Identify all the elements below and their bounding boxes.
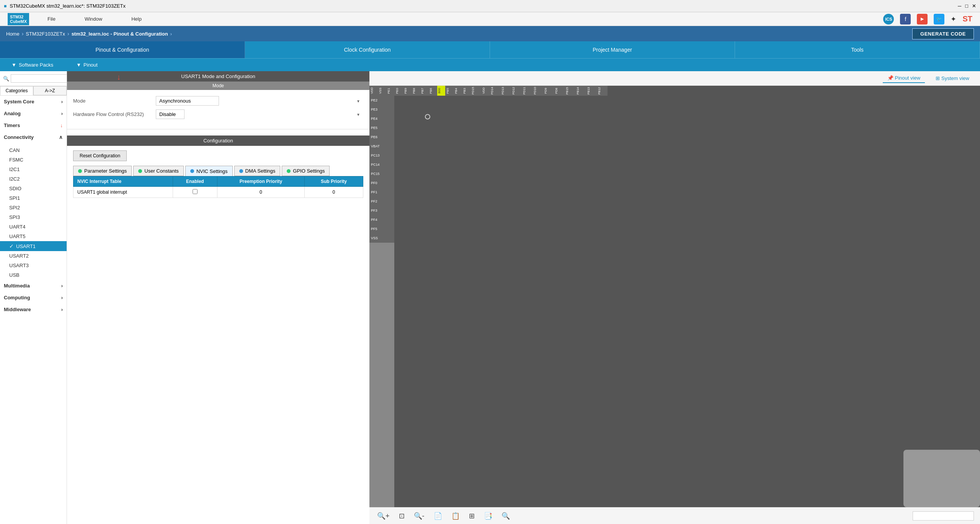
pin-pb6[interactable]: PB6	[428, 86, 437, 96]
pin-pb7[interactable]: PB7	[420, 86, 428, 96]
hardware-flow-select[interactable]: Disable CTS Only RTS Only	[156, 109, 185, 119]
chip-search-input[interactable]	[913, 511, 974, 521]
pin-pd11[interactable]: PD11	[522, 86, 532, 96]
sidebar-item-usart1[interactable]: ✓ USART1	[0, 241, 67, 251]
sidebar-item-fsmc[interactable]: FSMC	[0, 155, 67, 165]
sidebar-item-i2c1[interactable]: I2C1	[0, 165, 67, 174]
section-computing-header[interactable]: Computing ›	[0, 292, 67, 304]
tab-tools[interactable]: Tools	[735, 41, 980, 58]
pin-pb00[interactable]: B00	[437, 86, 445, 96]
breadcrumb-current[interactable]: stm32_learn.ioc - Pinout & Configuration	[72, 31, 168, 37]
sidebar-item-uart4[interactable]: UART4	[0, 222, 67, 232]
pin-pb15[interactable]: PB15	[565, 86, 575, 96]
sidebar-item-i2c2[interactable]: I2C2	[0, 174, 67, 184]
nvic-enabled-checkbox[interactable]	[193, 189, 198, 194]
zoom-out-button[interactable]: 🔍-	[412, 510, 426, 522]
sidebar-item-usb[interactable]: USB	[0, 270, 67, 280]
nvic-enabled-cell[interactable]	[173, 187, 217, 198]
search-input[interactable]	[11, 74, 67, 83]
section-connectivity-header[interactable]: Connectivity ∧	[0, 131, 67, 143]
system-view-button[interactable]: ⊞ System view	[931, 74, 974, 83]
breadcrumb-home[interactable]: Home	[6, 31, 20, 37]
pinout-view-button[interactable]: 📌 Pinout view	[883, 73, 925, 83]
tab-gpio-settings[interactable]: GPIO Settings	[282, 166, 330, 176]
pin-pf0[interactable]: PF0	[369, 178, 394, 188]
pin-pe3[interactable]: PE3	[369, 105, 394, 114]
tab-parameter-settings[interactable]: Parameter Settings	[73, 166, 132, 176]
sidebar-item-spi1[interactable]: SPI1	[0, 193, 67, 203]
menu-help[interactable]: Help	[128, 15, 145, 23]
pin-pe1[interactable]: PE1	[386, 86, 395, 96]
pin-vss[interactable]: VSS	[378, 86, 386, 96]
pin-pf2[interactable]: PF2	[369, 197, 394, 206]
reset-configuration-button[interactable]: Reset Configuration	[73, 150, 127, 161]
ics-icon[interactable]: ICS	[883, 14, 894, 24]
minimize-btn[interactable]: ─	[958, 3, 961, 9]
menu-file[interactable]: File	[44, 15, 59, 23]
twitter-icon[interactable]: 🐦	[934, 14, 944, 24]
generate-code-button[interactable]: GENERATE CODE	[912, 28, 974, 39]
pin-pe5[interactable]: PE5	[369, 123, 394, 132]
pin-vdd2[interactable]: VDD	[481, 86, 490, 96]
pin-pf4[interactable]: PF4	[369, 215, 394, 224]
pin-pe4[interactable]: PE4	[369, 114, 394, 123]
tab-clock-configuration[interactable]: Clock Configuration	[245, 41, 490, 58]
pin-pe0[interactable]: PE0	[395, 86, 403, 96]
tab-az[interactable]: A->Z	[33, 86, 67, 95]
pin-vbat[interactable]: VBAT	[369, 142, 394, 151]
section-timers-header[interactable]: Timers ↓	[0, 119, 67, 131]
export-button[interactable]: 📄	[432, 510, 444, 522]
pin-pc13[interactable]: PC13	[369, 151, 394, 160]
tab-project-manager[interactable]: Project Manager	[490, 41, 735, 58]
pin-pd15[interactable]: PD15	[470, 86, 481, 96]
facebook-icon[interactable]: f	[900, 14, 911, 24]
split-view-button[interactable]: ⊞	[467, 510, 476, 522]
zoom-in-button[interactable]: 🔍+	[376, 510, 391, 522]
mode-select[interactable]: Asynchronous Synchronous Single Wire (Ha…	[156, 96, 219, 106]
pin-list-button[interactable]: 📑	[482, 510, 494, 522]
maximize-btn[interactable]: □	[965, 3, 968, 9]
pin-pe6[interactable]: PE6	[369, 132, 394, 142]
pin-vss-side[interactable]: VSS	[369, 233, 394, 243]
pin-pd9[interactable]: PD9	[543, 86, 554, 96]
pin-pc15[interactable]: PC15	[369, 169, 394, 178]
menu-window[interactable]: Window	[82, 15, 105, 23]
tab-nvic-settings[interactable]: NVIC Settings	[185, 166, 233, 176]
network-icon[interactable]: ✦	[951, 15, 956, 23]
sidebar-item-usart2[interactable]: USART2	[0, 251, 67, 261]
breadcrumb-chip[interactable]: STM32F103ZETx	[26, 31, 65, 37]
pin-pb9[interactable]: PB9	[403, 86, 412, 96]
sidebar-item-spi3[interactable]: SPI3	[0, 212, 67, 222]
fit-screen-button[interactable]: ⊡	[397, 510, 406, 522]
close-btn[interactable]: ✕	[972, 3, 976, 9]
sub-tab-pinout[interactable]: ▼ Pinout	[65, 59, 109, 71]
section-analog-header[interactable]: Analog ›	[0, 108, 67, 119]
youtube-icon[interactable]: ▶	[917, 14, 928, 24]
tab-pinout-configuration[interactable]: Pinout & Configuration	[0, 41, 245, 58]
layers-button[interactable]: 📋	[450, 510, 461, 522]
pin-pb5[interactable]: PB5	[445, 86, 454, 96]
section-multimedia-header[interactable]: Multimedia ›	[0, 280, 67, 292]
pin-pb12[interactable]: PB12	[597, 86, 608, 96]
tab-user-constants[interactable]: User Constants	[133, 166, 184, 176]
pin-pb8[interactable]: PB8	[412, 86, 420, 96]
pin-pd13[interactable]: PD13	[500, 86, 511, 96]
pin-pf5[interactable]: PF5	[369, 224, 394, 233]
section-middleware-header[interactable]: Middleware ›	[0, 304, 67, 315]
pin-pe2[interactable]: PE2	[369, 96, 394, 105]
pin-pc14[interactable]: PC14	[369, 160, 394, 169]
pin-vdd[interactable]: VDD	[369, 86, 378, 96]
sidebar-item-usart3[interactable]: USART3	[0, 261, 67, 270]
pin-pb4[interactable]: PB4	[454, 86, 462, 96]
sidebar-item-sdio[interactable]: SDIO	[0, 184, 67, 193]
section-system-core-header[interactable]: System Core ›	[0, 96, 67, 108]
pin-pf3[interactable]: PF3	[369, 206, 394, 215]
pin-pb3[interactable]: PB3	[462, 86, 470, 96]
sidebar-item-can[interactable]: CAN	[0, 145, 67, 155]
pin-pd10[interactable]: PD10	[532, 86, 543, 96]
pin-pf1[interactable]: PF1	[369, 188, 394, 197]
sidebar-item-spi2[interactable]: SPI2	[0, 203, 67, 212]
pin-pb14[interactable]: PB14	[575, 86, 586, 96]
pin-pd12[interactable]: PD12	[511, 86, 522, 96]
tab-dma-settings[interactable]: DMA Settings	[234, 166, 281, 176]
